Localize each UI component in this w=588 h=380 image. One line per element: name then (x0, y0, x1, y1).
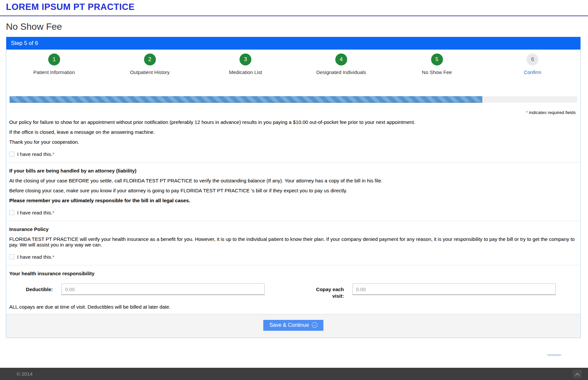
step-no-show-fee[interactable]: 5 No Show Fee (389, 54, 485, 75)
step-2-circle[interactable]: 2 (144, 54, 156, 65)
wizard-panel: Step 5 of 6 1 Patient Information 2 Outp… (6, 37, 581, 338)
no-show-read-label: I have read this. (17, 151, 53, 157)
no-show-read-checkbox[interactable] (9, 152, 14, 157)
insurance-read-row: I have read this.* (9, 254, 577, 260)
attorney-read-checkbox[interactable] (9, 210, 14, 215)
attorney-paragraph-2: Before closing your case, make sure you … (9, 188, 577, 193)
section-divider (6, 162, 580, 163)
step-5-circle[interactable]: 5 (431, 54, 443, 65)
required-asterisk: * (53, 210, 55, 215)
copay-input[interactable] (352, 284, 556, 295)
insurance-read-label: I have read this. (17, 254, 53, 260)
copay-label: Copay each visit: (307, 284, 344, 300)
step-confirm[interactable]: 6 Confirm (485, 54, 580, 75)
step-3-circle[interactable]: 3 (239, 54, 251, 65)
progress-bar-fill (10, 96, 482, 103)
step-6-circle[interactable]: 6 (527, 54, 538, 65)
wizard-steps: 1 Patient Information 2 Outpatient Histo… (6, 50, 580, 75)
required-asterisk: * (53, 254, 55, 260)
step-3-label: Medication List (198, 69, 293, 75)
step-outpatient-history[interactable]: 2 Outpatient History (102, 54, 198, 75)
save-continue-label: Save & Continue (269, 322, 309, 328)
insurance-section-heading: Insurance Policy (9, 226, 577, 232)
attorney-section-heading: If your bills are being handled by an at… (9, 168, 577, 173)
section-divider (6, 221, 580, 221)
progress-bar-track (10, 96, 577, 103)
arrow-right-circle-icon: → (312, 322, 317, 328)
deductible-label: Deductible: (13, 284, 53, 293)
panel-content: Our policy for failure to show for an ap… (6, 119, 580, 310)
practice-title: LOREM IPSUM PT PRACTICE (6, 2, 588, 12)
step-designated-individuals[interactable]: 4 Designated Individuals (293, 54, 389, 75)
step-6-label: Confirm (485, 69, 580, 75)
office-closed-paragraph: If the office is closed, leave a message… (9, 129, 577, 135)
required-asterisk: * (53, 151, 55, 157)
responsibility-section-heading: Your health insurance responsibility (9, 271, 577, 276)
attorney-bold-note: Please remember you are ultimately respo… (9, 198, 577, 203)
attorney-read-label: I have read this. (17, 210, 53, 215)
page-footer: © 2014 (0, 368, 588, 380)
responsibility-form-row: Deductible: Copay each visit: (9, 284, 577, 300)
attorney-read-row: I have read this.* (9, 210, 577, 215)
copays-due-note: ALL copays are due at time of visit. Ded… (9, 304, 577, 310)
deductible-input[interactable] (61, 284, 265, 295)
step-patient-information[interactable]: 1 Patient Information (6, 54, 102, 75)
step-4-label: Designated Individuals (293, 69, 389, 75)
section-divider (6, 265, 580, 265)
app-header: LOREM IPSUM PT PRACTICE (0, 0, 588, 16)
scroll-to-top-button[interactable] (573, 370, 582, 378)
step-medication-list[interactable]: 3 Medication List (198, 54, 293, 75)
step-1-label: Patient Information (6, 69, 102, 75)
cooperation-paragraph: Thank you for your cooperation. (9, 139, 577, 145)
required-note-text: indicates required fields (528, 110, 576, 115)
copyright-text: © 2014 (0, 368, 588, 380)
chevron-up-icon (575, 372, 580, 377)
step-5-label: No Show Fee (389, 69, 485, 75)
page-title: No Show Fee (6, 21, 588, 32)
step-2-label: Outpatient History (102, 69, 198, 75)
required-fields-note: * indicates required fields (6, 110, 576, 115)
hidden-widget-edge (547, 354, 562, 356)
attorney-paragraph-1: At the closing of your case BEFORE you s… (9, 178, 577, 183)
step-4-circle[interactable]: 4 (335, 54, 347, 65)
step-1-circle[interactable]: 1 (48, 54, 60, 65)
insurance-read-checkbox[interactable] (9, 254, 14, 259)
no-show-policy-paragraph: Our policy for failure to show for an ap… (9, 119, 577, 125)
no-show-read-row: I have read this.* (9, 151, 577, 157)
save-continue-button[interactable]: Save & Continue → (263, 320, 323, 331)
insurance-paragraph: FLORIDA TEST PT PRACTICE will verify you… (9, 236, 577, 247)
step-banner: Step 5 of 6 (6, 37, 580, 50)
panel-footer: Save & Continue → (6, 314, 580, 338)
